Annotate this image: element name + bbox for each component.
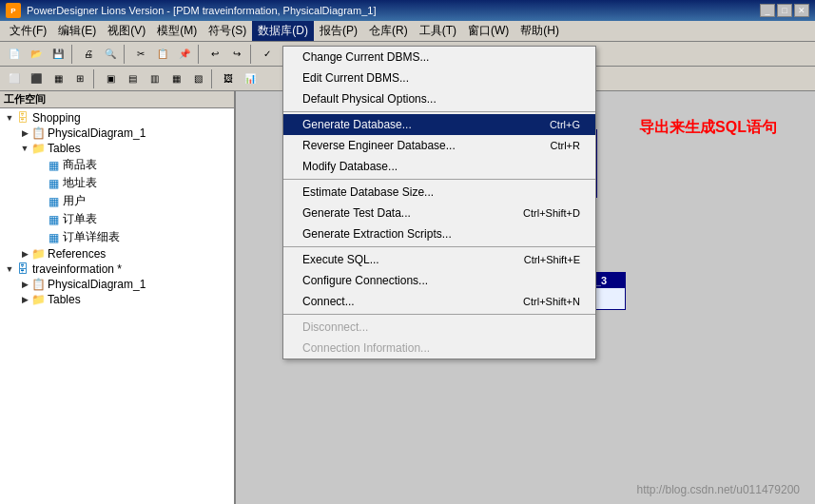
cut-button[interactable]: ✂ bbox=[130, 44, 151, 65]
label-shopping: Shopping bbox=[32, 111, 81, 125]
arrow-tables2: ▶ bbox=[19, 294, 30, 305]
tree-item-goods[interactable]: ▦ 商品表 bbox=[0, 156, 234, 174]
separator-3 bbox=[198, 45, 202, 64]
table-icon-goods: ▦ bbox=[46, 159, 61, 172]
cm-label-modify-db: Modify Database... bbox=[302, 160, 398, 173]
tree-item-tables2[interactable]: ▶ 📁 Tables bbox=[0, 292, 234, 307]
tree-view: ▼ 🗄 Shopping ▶ 📋 PhysicalDiagram_1 ▼ 📁 T… bbox=[0, 108, 234, 504]
folder-icon-references: 📁 bbox=[30, 247, 46, 261]
cm-default-options[interactable]: Default Physical Options... bbox=[283, 88, 595, 109]
tree-item-orderdetail[interactable]: ▦ 订单详细表 bbox=[0, 228, 234, 246]
cm-reverse-engineer[interactable]: Reverse Engineer Database... Ctrl+R bbox=[283, 135, 595, 156]
copy-button[interactable]: 📋 bbox=[152, 44, 173, 65]
menu-model[interactable]: 模型(M) bbox=[151, 21, 203, 41]
workspace-title: 工作空间 bbox=[0, 91, 234, 108]
db-icon-travel: 🗄 bbox=[15, 262, 30, 276]
tree-item-address[interactable]: ▦ 地址表 bbox=[0, 174, 234, 192]
tb2-btn4[interactable]: ⊞ bbox=[69, 68, 90, 89]
undo-button[interactable]: ↩ bbox=[204, 44, 225, 65]
cm-connect[interactable]: Connect... Ctrl+Shift+N bbox=[283, 291, 595, 312]
tb2-btn6[interactable]: ▤ bbox=[122, 68, 143, 89]
arrow-goods bbox=[34, 160, 46, 171]
menu-view[interactable]: 视图(V) bbox=[102, 21, 151, 41]
tb2-btn1[interactable]: ⬜ bbox=[4, 68, 25, 89]
table-icon-orderdetail: ▦ bbox=[46, 231, 61, 244]
tb2-btn10[interactable]: 🖼 bbox=[218, 68, 239, 89]
cm-generate-db[interactable]: Generate Database... Ctrl+G bbox=[283, 114, 595, 135]
cm-label-execute-sql: Execute SQL... bbox=[302, 253, 379, 266]
cm-extraction[interactable]: Generate Extraction Scripts... bbox=[283, 223, 595, 244]
tb2-btn9[interactable]: ▧ bbox=[187, 68, 208, 89]
cm-modify-db[interactable]: Modify Database... bbox=[283, 156, 595, 177]
app-icon: P bbox=[6, 3, 21, 18]
label-user: 用户 bbox=[63, 193, 86, 209]
arrow-orderdetail bbox=[34, 232, 46, 243]
close-button[interactable]: ✕ bbox=[794, 4, 809, 17]
cm-label-configure: Configure Connections... bbox=[302, 274, 428, 287]
cm-label-edit-dbms: Edit Current DBMS... bbox=[302, 71, 409, 85]
tb2-btn5[interactable]: ▣ bbox=[100, 68, 121, 89]
cm-configure[interactable]: Configure Connections... bbox=[283, 270, 595, 291]
preview-button[interactable]: 🔍 bbox=[100, 44, 121, 65]
save-button[interactable]: 💾 bbox=[48, 44, 68, 65]
tree-item-references[interactable]: ▶ 📁 References bbox=[0, 246, 234, 262]
tree-item-order[interactable]: ▦ 订单表 bbox=[0, 210, 234, 228]
watermark: http://blog.csdn.net/u011479200 bbox=[637, 483, 800, 496]
menu-help[interactable]: 帮助(H) bbox=[514, 21, 565, 41]
cm-change-dbms[interactable]: Change Current DBMS... bbox=[283, 47, 595, 68]
minimize-button[interactable]: _ bbox=[760, 4, 775, 17]
tree-item-user[interactable]: ▦ 用户 bbox=[0, 192, 234, 210]
menu-edit[interactable]: 编辑(E) bbox=[52, 21, 102, 41]
table-icon-address: ▦ bbox=[46, 177, 61, 190]
arrow-diagram2: ▶ bbox=[19, 279, 30, 290]
tb2-btn2[interactable]: ⬛ bbox=[26, 68, 47, 89]
cm-label-reverse-engineer: Reverse Engineer Database... bbox=[302, 139, 456, 152]
open-button[interactable]: 📂 bbox=[26, 44, 47, 65]
maximize-button[interactable]: □ bbox=[777, 4, 792, 17]
cm-estimate-size[interactable]: Estimate Database Size... bbox=[283, 182, 595, 203]
check-button[interactable]: ✓ bbox=[257, 44, 278, 65]
tree-item-tables[interactable]: ▼ 📁 Tables bbox=[0, 141, 234, 156]
sep-t2-2 bbox=[211, 69, 215, 88]
diagram-icon-2: 📋 bbox=[30, 278, 46, 291]
menu-warehouse[interactable]: 仓库(R) bbox=[363, 21, 414, 41]
sep-t2-1 bbox=[93, 69, 97, 88]
label-order: 订单表 bbox=[63, 211, 97, 227]
arrow-order bbox=[34, 214, 46, 225]
cm-shortcut-test-data: Ctrl+Shift+D bbox=[523, 207, 580, 219]
diagram-icon-1: 📋 bbox=[30, 126, 46, 140]
redo-button[interactable]: ↪ bbox=[226, 44, 247, 65]
folder-icon-tables2: 📁 bbox=[30, 293, 46, 306]
folder-icon-shopping: 🗄 bbox=[15, 111, 30, 125]
cm-execute-sql[interactable]: Execute SQL... Ctrl+Shift+E bbox=[283, 249, 595, 270]
tree-item-shopping[interactable]: ▼ 🗄 Shopping bbox=[0, 110, 234, 126]
menu-window[interactable]: 窗口(W) bbox=[462, 21, 514, 41]
table-icon-user: ▦ bbox=[46, 195, 61, 208]
arrow-user bbox=[34, 196, 46, 207]
tb2-btn8[interactable]: ▦ bbox=[165, 68, 186, 89]
tree-item-travel[interactable]: ▼ 🗄 traveinformation * bbox=[0, 262, 234, 277]
cm-edit-dbms[interactable]: Edit Current DBMS... bbox=[283, 68, 595, 88]
print-button[interactable]: 🖨 bbox=[78, 44, 99, 65]
tree-item-diagram1[interactable]: ▶ 📋 PhysicalDiagram_1 bbox=[0, 126, 234, 141]
cm-test-data[interactable]: Generate Test Data... Ctrl+Shift+D bbox=[283, 203, 595, 223]
label-tables2: Tables bbox=[48, 293, 81, 306]
paste-button[interactable]: 📌 bbox=[174, 44, 195, 65]
cm-shortcut-connect: Ctrl+Shift+N bbox=[523, 296, 580, 307]
menu-symbol[interactable]: 符号(S) bbox=[203, 21, 252, 41]
arrow-address bbox=[34, 178, 46, 189]
tb2-btn11[interactable]: 📊 bbox=[240, 68, 261, 89]
tb2-btn7[interactable]: ▥ bbox=[144, 68, 165, 89]
new-button[interactable]: 📄 bbox=[4, 44, 25, 65]
menu-report[interactable]: 报告(P) bbox=[314, 21, 363, 41]
menu-file[interactable]: 文件(F) bbox=[4, 21, 52, 41]
table-icon-order: ▦ bbox=[46, 213, 61, 226]
label-references: References bbox=[48, 247, 106, 261]
cm-connection-info: Connection Information... bbox=[283, 338, 595, 359]
label-goods: 商品表 bbox=[63, 157, 97, 173]
menu-database[interactable]: 数据库(D) bbox=[252, 21, 314, 41]
tb2-btn3[interactable]: ▦ bbox=[48, 68, 68, 89]
tree-item-diagram2[interactable]: ▶ 📋 PhysicalDiagram_1 bbox=[0, 277, 234, 292]
cm-sep-1 bbox=[283, 111, 595, 112]
menu-tools[interactable]: 工具(T) bbox=[414, 21, 462, 41]
